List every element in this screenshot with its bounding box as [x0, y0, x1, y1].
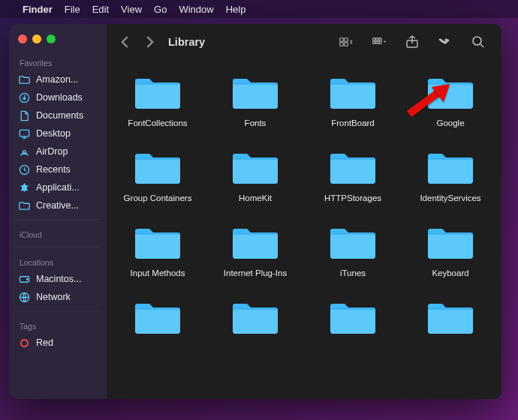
folder-item[interactable] [308, 298, 398, 344]
download-icon [18, 92, 30, 104]
menu-view[interactable]: View [121, 4, 142, 15]
minimize-button[interactable] [32, 34, 41, 44]
folder-input-methods[interactable]: Input Methods [113, 224, 203, 278]
close-button[interactable] [18, 34, 27, 44]
sidebar-item-label: Downloads [36, 92, 83, 103]
sidebar-section-label: Locations [9, 252, 107, 270]
document-icon [18, 110, 30, 122]
folder-icon [18, 200, 30, 212]
folder-icon [18, 74, 30, 86]
folder-frontboard[interactable]: FrontBoard [308, 74, 398, 128]
group-menu[interactable] [366, 35, 392, 49]
sidebar-item-documents[interactable]: Documents [9, 106, 107, 124]
folder-label: FrontBoard [331, 118, 375, 128]
folder-internet-plug-ins[interactable]: Internet Plug-Ins [210, 224, 300, 278]
sidebar-item-recents[interactable]: Recents [9, 160, 107, 178]
folder-icon [329, 148, 377, 189]
window-controls [9, 32, 107, 52]
finder-window: FavoritesAmazon...DownloadsDocumentsDesk… [9, 24, 501, 399]
sidebar: FavoritesAmazon...DownloadsDocumentsDesk… [9, 24, 107, 399]
folder-identityservices[interactable]: IdentityServices [405, 148, 495, 202]
sidebar-item-label: AirDrop [36, 146, 68, 157]
sidebar-item-creative[interactable]: Creative... [9, 196, 107, 214]
folder-label: Google [436, 118, 464, 128]
menu-window[interactable]: Window [179, 4, 213, 15]
disk-icon [18, 273, 30, 285]
svg-rect-15 [376, 41, 378, 44]
content-area: FontCollectionsFontsFrontBoardGoogleGrou… [107, 60, 501, 399]
folder-label: IdentityServices [420, 194, 480, 202]
menu-edit[interactable]: Edit [92, 4, 109, 15]
view-switcher[interactable] [333, 35, 359, 49]
back-button[interactable] [117, 34, 134, 50]
folder-label: HTTPStorages [324, 194, 381, 202]
folder-icon [329, 74, 377, 114]
svg-rect-8 [345, 38, 348, 42]
airdrop-icon [18, 146, 30, 158]
folder-label: Keyboard [432, 268, 468, 278]
svg-rect-1 [20, 130, 29, 136]
folder-label: HomeKit [239, 194, 272, 202]
folder-label: Internet Plug-Ins [224, 268, 287, 278]
menu-file[interactable]: File [65, 4, 80, 15]
sidebar-item-label: Macintos... [36, 274, 81, 284]
folder-label: iTunes [340, 268, 366, 278]
menu-help[interactable]: Help [226, 4, 246, 15]
sidebar-item-amazon[interactable]: Amazon... [9, 70, 107, 88]
app-name[interactable]: Finder [23, 4, 53, 15]
svg-rect-10 [345, 43, 348, 46]
search-button[interactable] [465, 35, 491, 49]
svg-rect-7 [340, 38, 344, 42]
share-button[interactable] [399, 35, 425, 49]
sidebar-item-macintos[interactable]: Macintos... [9, 270, 107, 288]
forward-button[interactable] [141, 34, 158, 50]
overflow-button[interactable] [432, 35, 458, 49]
folder-homekit[interactable]: HomeKit [210, 148, 300, 202]
sidebar-item-red[interactable]: Red [9, 334, 107, 352]
folder-icon [231, 148, 279, 189]
sidebar-item-label: Desktop [36, 128, 71, 139]
system-menubar: Finder File Edit View Go Window Help [0, 0, 518, 18]
sidebar-item-label: Network [36, 292, 71, 302]
menu-go[interactable]: Go [154, 4, 167, 15]
svg-rect-11 [373, 38, 375, 40]
sidebar-item-applicati[interactable]: Applicati... [9, 178, 107, 196]
folder-icon [426, 224, 474, 264]
sidebar-item-desktop[interactable]: Desktop [9, 124, 107, 142]
folder-item[interactable] [210, 298, 300, 344]
svg-rect-9 [340, 43, 344, 46]
folder-item[interactable] [405, 298, 495, 344]
folder-icon [426, 148, 474, 189]
svg-point-5 [26, 278, 28, 280]
folder-group-containers[interactable]: Group Containers [113, 148, 203, 202]
folder-fonts[interactable]: Fonts [210, 74, 300, 128]
sidebar-item-downloads[interactable]: Downloads [9, 88, 107, 106]
svg-rect-13 [379, 38, 381, 40]
folder-label: Fonts [245, 118, 267, 128]
svg-point-18 [473, 37, 481, 45]
globe-icon [18, 291, 30, 303]
sidebar-item-airdrop[interactable]: AirDrop [9, 142, 107, 160]
svg-rect-12 [376, 38, 378, 40]
sidebar-item-label: Creative... [36, 200, 79, 211]
folder-label: Group Containers [124, 194, 192, 202]
sidebar-section-label: Tags [9, 316, 107, 334]
zoom-button[interactable] [47, 34, 56, 44]
folder-icon [134, 74, 182, 114]
folder-fontcollections[interactable]: FontCollections [113, 74, 203, 128]
folder-icon [329, 224, 377, 264]
sidebar-item-network[interactable]: Network [9, 288, 107, 306]
sidebar-section-label: Favorites [9, 52, 107, 70]
folder-icon [426, 74, 474, 114]
folder-google[interactable]: Google [405, 74, 495, 128]
sidebar-item-label: Amazon... [36, 74, 78, 85]
folder-keyboard[interactable]: Keyboard [405, 224, 495, 278]
main-panel: Library FontCollectionsFontsFrontBoardGo… [107, 24, 501, 399]
folder-icon [231, 298, 279, 339]
folder-item[interactable] [113, 298, 203, 344]
clock-icon [18, 164, 30, 176]
folder-httpstorages[interactable]: HTTPStorages [308, 148, 398, 202]
toolbar: Library [107, 24, 501, 60]
desktop-icon [18, 128, 30, 140]
folder-itunes[interactable]: iTunes [308, 224, 398, 278]
